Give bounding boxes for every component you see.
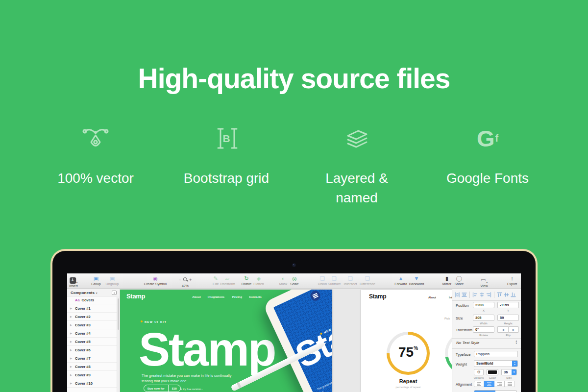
components-sidebar: Components▾ AaCovers ▶Cover #1 ▶Cover #2… — [67, 289, 120, 392]
toolbar-item-forward[interactable]: ▲ Forward — [394, 275, 407, 286]
artboard-white-stats[interactable]: Stamp About Inte Pick 75% Repeat percent… — [361, 290, 452, 392]
position-y-input[interactable]: -1159 — [497, 302, 519, 308]
sidebar-item-cover-10[interactable]: ▶Cover #10 — [67, 379, 120, 388]
sidebar-header[interactable]: Components▾ — [67, 289, 120, 296]
toolbar-item-backward[interactable]: ▼ Backward — [409, 275, 424, 286]
height-input[interactable]: 59 — [497, 315, 519, 321]
disclosure-triangle-icon[interactable]: ▶ — [70, 321, 72, 329]
typeface-input[interactable]: Poppins — [474, 351, 518, 357]
disclosure-triangle-icon[interactable]: ▶ — [70, 313, 72, 321]
nav-link-contacts[interactable]: Contacts — [249, 295, 262, 298]
sidebar-item-cover-3[interactable]: ▶Cover #3 — [67, 321, 120, 329]
disclosure-triangle-icon[interactable]: ▶ — [70, 304, 72, 313]
toolbar-item-subtract[interactable]: ❏ Subtract — [328, 275, 341, 286]
typeface-label: Typeface — [456, 352, 470, 357]
color-swatch[interactable] — [487, 369, 498, 375]
stepper-icon[interactable]: ▴▾ — [515, 340, 517, 344]
sidebar-item-cover-7[interactable]: ▶Cover #7 — [67, 354, 120, 363]
disclosure-triangle-icon[interactable]: ▶ — [70, 379, 72, 388]
disclosure-triangle-icon[interactable]: ▶ — [70, 354, 72, 363]
toolbar-item-edit[interactable]: ✎ Edit — [213, 275, 219, 286]
alignment-toolbar — [452, 289, 521, 301]
sidebar-item-cover-1[interactable]: ▶Cover #1 — [67, 304, 120, 313]
toolbar-item-intersect[interactable]: ❏ Intersect — [344, 275, 357, 286]
text-align-right-icon[interactable] — [494, 381, 505, 387]
align-middle-vertical-icon[interactable] — [504, 292, 509, 297]
artboard-green-cover[interactable]: Stamp About Integrations Pricing Contact… — [120, 290, 332, 392]
nav-link-pricing[interactable]: Pricing — [232, 295, 242, 298]
sidebar-item-cover-9[interactable]: ▶Cover #9 — [67, 371, 120, 379]
width-input[interactable]: 305 — [473, 315, 494, 321]
grid-view-icon[interactable] — [112, 291, 117, 295]
position-x-input[interactable]: 2208 — [473, 302, 494, 308]
align-center-horizontal-icon[interactable] — [479, 292, 485, 297]
y-sublabel: Y — [507, 309, 509, 312]
toolbar-item-union[interactable]: ❏ Union — [318, 275, 327, 286]
sidebar-item-cover-4[interactable]: ▶Cover #4 — [67, 329, 120, 338]
width-segmented-control: Auto Fixed — [474, 390, 517, 392]
toolbar-item-rotate[interactable]: ↻ Rotate — [242, 275, 252, 286]
toolbar-item-create-symbol[interactable]: ◉ Create Symbol — [144, 275, 167, 286]
disclosure-triangle-icon[interactable]: ▶ — [70, 346, 72, 354]
weight-select[interactable]: SemiBold ▴▾ — [474, 360, 518, 367]
text-style-select[interactable]: No Text Style — [456, 341, 479, 345]
bootstrap-grid-icon: B — [172, 122, 280, 154]
font-size-select[interactable]: 36 ▾ — [501, 369, 517, 375]
disclosure-triangle-icon[interactable]: ▶ — [70, 363, 72, 371]
sidebar-item-cover-5[interactable]: ▶Cover #5 — [67, 338, 120, 346]
zoom-out-icon[interactable]: − — [179, 277, 181, 282]
nav-link-about[interactable]: About — [428, 296, 436, 299]
toolbar-item-scale[interactable]: ◎ Scale — [290, 275, 299, 286]
align-right-icon[interactable] — [486, 292, 491, 297]
toolbar-item-view[interactable]: ▭▾ View — [480, 275, 488, 288]
nav-link-integrations[interactable]: Integrations — [208, 295, 224, 298]
toolbar-item-group[interactable]: ▣ Group — [91, 275, 100, 286]
text-align-center-icon[interactable] — [484, 381, 494, 387]
toolbar-item-share[interactable]: ◯ Share — [455, 275, 464, 286]
disclosure-triangle-icon[interactable]: ▶ — [70, 329, 72, 338]
sidebar-item-cover-8[interactable]: ▶Cover #8 — [67, 363, 120, 371]
feature-label: Layered & named — [310, 169, 403, 208]
text-align-justify-icon[interactable] — [505, 381, 515, 387]
toolbar-item-transform[interactable]: ▱ Transform — [220, 275, 235, 286]
stepper-icon[interactable]: ▾ — [512, 369, 516, 375]
rotate-input[interactable]: 0° — [473, 326, 494, 333]
align-top-icon[interactable] — [497, 292, 502, 297]
toolbar-item-flatten[interactable]: ◈ Flatten — [253, 275, 264, 286]
toolbar-item-difference[interactable]: ❏ Difference — [360, 275, 375, 286]
sidebar-item-cover-2[interactable]: ▶Cover #2 — [67, 313, 120, 321]
price-label: $18 — [169, 387, 180, 390]
text-style-icon: Aa — [75, 298, 80, 302]
stepper-icon[interactable]: ▴▾ — [512, 361, 517, 367]
sidebar-section-covers[interactable]: AaCovers — [67, 296, 120, 304]
distribute-vertical-icon[interactable] — [462, 292, 467, 297]
union-icon: ❏ — [318, 275, 327, 282]
toolbar-item-ungroup[interactable]: ▣ Ungroup — [106, 275, 119, 286]
flatten-icon: ◈ — [253, 275, 264, 282]
align-left-icon[interactable] — [472, 292, 478, 297]
toolbar-item-insert[interactable]: +▾ Insert — [69, 275, 78, 288]
hamburger-menu-icon[interactable] — [309, 290, 322, 302]
flip-vertical-icon[interactable]: ▶ — [508, 326, 519, 333]
free-version-link[interactable]: or try free version › — [180, 388, 202, 391]
disclosure-triangle-icon[interactable]: ▶ — [70, 338, 72, 346]
sidebar-scrollbar[interactable] — [117, 297, 120, 392]
buy-now-button[interactable]: Buy now for$18 — [144, 385, 181, 392]
zoom-in-icon[interactable]: + — [189, 277, 192, 282]
text-align-left-icon[interactable] — [474, 381, 484, 387]
toolbar-item-export[interactable]: ↑ Export — [507, 275, 517, 286]
design-canvas[interactable]: Stamp About Integrations Pricing Contact… — [120, 289, 452, 392]
toolbar-item-mask[interactable]: ◐ Mask — [279, 275, 288, 286]
rotate-sublabel: Rotate — [479, 334, 488, 337]
ungroup-icon: ▣ — [106, 275, 119, 282]
options-gear-button[interactable]: ⚙ — [474, 369, 484, 375]
align-bottom-icon[interactable] — [511, 292, 516, 297]
toolbar-item-mirror[interactable]: ▮ Mirror — [442, 275, 451, 286]
disclosure-triangle-icon[interactable]: ▶ — [70, 371, 72, 379]
divider — [452, 348, 521, 349]
toolbar-item-zoom[interactable]: −+ 47% — [179, 275, 192, 288]
flip-horizontal-icon[interactable]: ◀ — [497, 326, 508, 333]
distribute-horizontal-icon[interactable] — [455, 292, 460, 297]
sidebar-item-cover-6[interactable]: ▶Cover #6 — [67, 346, 120, 354]
nav-link-about[interactable]: About — [192, 295, 200, 298]
